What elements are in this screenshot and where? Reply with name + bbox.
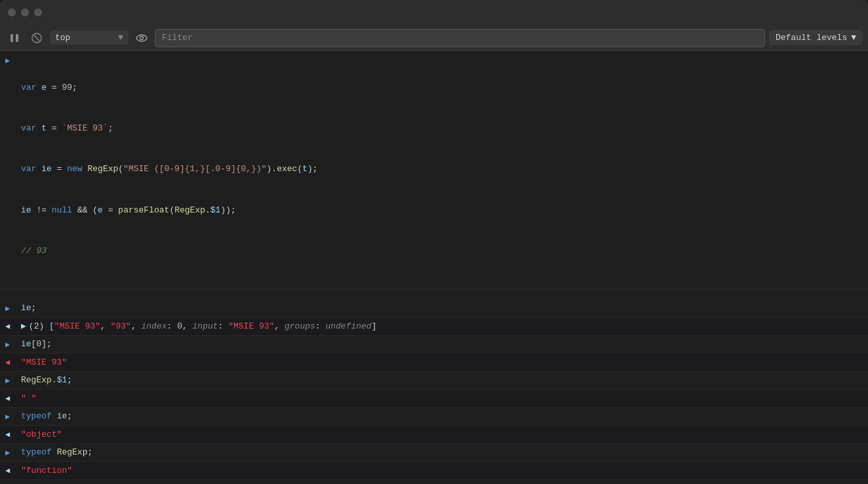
right-arrow-icon-6: ▶: [5, 449, 10, 458]
typeof-ie-prompt-icon: ▶: [5, 411, 18, 424]
typeof-ie-code: typeof ie;: [21, 410, 72, 423]
code-line-5: // 93: [21, 245, 318, 258]
levels-button[interactable]: Default levels ▼: [769, 30, 863, 45]
ie-input-entry: ▶ ie;: [0, 300, 868, 318]
chevron-down-icon: ▼: [118, 33, 123, 43]
ie0-prompt-icon: ▶: [5, 338, 18, 352]
svg-line-3: [34, 35, 39, 41]
ie0-input-code: ie[0];: [21, 338, 52, 351]
code-line-3: var ie = new RegExp("MSIE ([0-9]{1,}[.0-…: [21, 163, 318, 176]
left-arrow-icon-msie: ◀: [5, 356, 18, 369]
typeof-regexp-prompt-icon: ▶: [5, 447, 18, 460]
input-prompt-icon: ▶: [5, 54, 18, 68]
right-arrow-icon: ▶: [5, 56, 10, 66]
blank-space: [0, 289, 868, 300]
eye-button[interactable]: [132, 29, 151, 47]
object-output-entry: ◀ "object": [0, 426, 868, 444]
svg-point-4: [140, 36, 144, 39]
run-button[interactable]: [5, 29, 24, 47]
context-select[interactable]: top ▼: [50, 31, 128, 45]
regexp1-input-code: RegExp.$1;: [21, 374, 72, 387]
left-arrow-icon-object: ◀: [5, 428, 18, 441]
filter-input[interactable]: [155, 29, 765, 47]
title-dot-3: [34, 9, 42, 16]
msie93-output-text: "MSIE 93": [21, 356, 67, 369]
title-dot-2: [21, 9, 29, 16]
object-output-text: "object": [21, 428, 62, 441]
console-input-line[interactable]: ▶: [0, 480, 868, 484]
levels-chevron-icon: ▼: [851, 33, 856, 43]
code-line-1: var e = 99;: [21, 81, 318, 95]
ie0-input-entry: ▶ ie[0];: [0, 336, 868, 354]
regexp1-input-entry: ▶ RegExp.$1;: [0, 372, 868, 390]
console-output[interactable]: ▶ var e = 99; var t = `MSIE 93`; var ie …: [0, 51, 868, 484]
space-output-text: " ": [21, 392, 36, 405]
console-toolbar: top ▼ Default levels ▼: [0, 25, 868, 51]
left-arrow-icon-array: ◀: [5, 320, 18, 333]
array-output-entry: ◀ ▶ (2) ["MSIE 93", "93", index: 0, inpu…: [0, 317, 868, 336]
ie-input-code: ie;: [21, 302, 36, 315]
ie-prompt-icon: ▶: [5, 302, 18, 315]
typeof-regexp-code: typeof RegExp;: [21, 446, 92, 459]
clear-button[interactable]: [28, 29, 46, 47]
context-value: top: [55, 33, 70, 43]
array-output-text: (2) ["MSIE 93", "93", index: 0, input: "…: [29, 320, 377, 333]
devtools-window: top ▼ Default levels ▼ ▶ var e = 99; var…: [0, 0, 868, 484]
regexp1-prompt-icon: ▶: [5, 374, 18, 388]
right-arrow-icon-5: ▶: [5, 413, 10, 422]
levels-label: Default levels: [776, 33, 847, 43]
title-dot-1: [8, 9, 16, 16]
typeof-regexp-input-entry: ▶ typeof RegExp;: [0, 444, 868, 462]
msie93-output-entry: ◀ "MSIE 93": [0, 353, 868, 372]
right-arrow-icon-3: ▶: [5, 340, 10, 350]
svg-rect-0: [10, 34, 13, 42]
function-output-entry: ◀ "function": [0, 462, 868, 480]
code-line-4: ie != null && (e = parseFloat(RegExp.$1)…: [21, 204, 318, 218]
code-line-2: var t = `MSIE 93`;: [21, 122, 318, 136]
right-arrow-icon-4: ▶: [5, 376, 10, 386]
left-arrow-icon-space: ◀: [5, 392, 18, 405]
svg-rect-1: [16, 34, 18, 42]
space-output-entry: ◀ " ": [0, 390, 868, 408]
expand-array-icon[interactable]: ▶: [21, 320, 26, 333]
function-output-text: "function": [21, 464, 72, 477]
code-lines: var e = 99; var t = `MSIE 93`; var ie = …: [21, 54, 318, 286]
typeof-ie-input-entry: ▶ typeof ie;: [0, 408, 868, 426]
right-arrow-icon-2: ▶: [5, 304, 10, 313]
title-bar: [0, 0, 868, 25]
code-block-entry: ▶ var e = 99; var t = `MSIE 93`; var ie …: [0, 51, 868, 289]
left-arrow-icon-function: ◀: [5, 464, 18, 477]
